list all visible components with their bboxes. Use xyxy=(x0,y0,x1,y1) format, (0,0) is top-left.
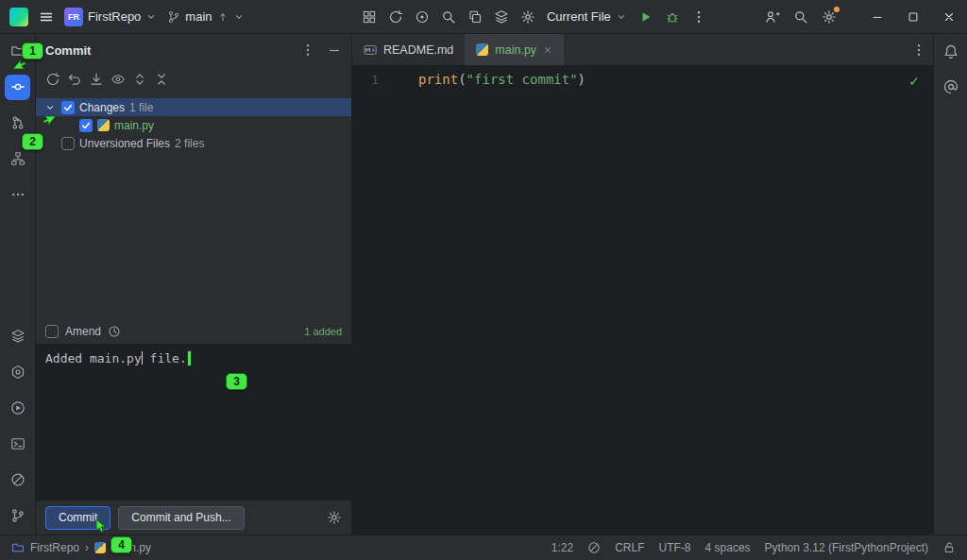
update-notification-dot xyxy=(834,7,840,12)
search-everywhere-button[interactable] xyxy=(793,9,808,25)
commit-message-text: Added main.py xyxy=(45,351,142,365)
target-button[interactable] xyxy=(415,9,430,25)
changes-count: 1 file xyxy=(129,101,153,114)
commit-panel-toolbar xyxy=(36,66,351,93)
python-file-icon xyxy=(476,43,488,56)
code-token-paren: ( xyxy=(458,72,466,87)
sidebar-item-more-tools[interactable] xyxy=(0,178,36,212)
lock-icon[interactable] xyxy=(942,541,956,554)
notifications-button[interactable] xyxy=(942,43,959,60)
zoom-button[interactable] xyxy=(441,9,456,25)
collapse-all-button[interactable] xyxy=(154,72,169,87)
inspections-ok-icon[interactable]: ✓ xyxy=(908,74,920,89)
shelve-button[interactable] xyxy=(89,72,104,87)
maximize-icon xyxy=(907,10,920,24)
sidebar-item-terminal[interactable] xyxy=(0,427,36,461)
tools-button[interactable] xyxy=(520,9,535,25)
project-widget[interactable]: FR FirstRepo xyxy=(64,8,157,26)
main-menu-button[interactable] xyxy=(39,9,54,25)
eye-icon xyxy=(110,72,126,87)
encoding-widget[interactable]: UTF-8 xyxy=(659,541,691,554)
chevron-down-icon xyxy=(233,11,245,23)
amend-checkbox[interactable] xyxy=(45,325,59,338)
annotation-cursor-2 xyxy=(42,114,57,129)
undo-icon xyxy=(67,72,82,87)
annotation-step-4: 4 xyxy=(110,536,132,553)
annotation-ibeam-cursor xyxy=(188,351,191,365)
commit-panel-options-button[interactable] xyxy=(300,42,315,58)
breadcrumb-project[interactable]: FirstRepo xyxy=(30,541,79,554)
more-run-actions-button[interactable] xyxy=(691,9,706,25)
line-separator-widget[interactable]: CRLF xyxy=(615,541,644,554)
sync-button[interactable] xyxy=(388,9,403,25)
code-editor[interactable]: 1 print("first commit") ✓ xyxy=(352,66,933,535)
tab-readme[interactable]: README.md xyxy=(352,34,465,65)
tree-row-file[interactable]: main.py xyxy=(36,116,351,134)
indent-widget[interactable]: 4 spaces xyxy=(705,541,751,554)
run-button[interactable] xyxy=(638,9,653,25)
editor-tab-bar: README.md main.py xyxy=(352,34,933,66)
commit-message-editor[interactable]: Added main.py file. xyxy=(36,344,351,501)
copy-button[interactable] xyxy=(467,9,483,25)
expand-all-button[interactable] xyxy=(132,72,147,87)
highlighting-level-icon[interactable] xyxy=(587,541,601,554)
preview-diff-button[interactable] xyxy=(110,72,126,87)
sidebar-item-services[interactable] xyxy=(0,355,36,389)
tab-main-py[interactable]: main.py xyxy=(465,34,564,65)
commit-message-history-button[interactable] xyxy=(108,325,121,338)
changes-checkbox[interactable] xyxy=(61,101,75,114)
expand-all-icon xyxy=(132,72,147,87)
minimize-button[interactable] xyxy=(859,0,895,34)
interpreter-widget[interactable]: Python 3.12 (FirstPythonProject) xyxy=(765,541,928,554)
tree-row-changes[interactable]: Changes 1 file xyxy=(36,98,351,116)
debug-button[interactable] xyxy=(665,9,680,25)
commit-panel-hide-button[interactable] xyxy=(327,42,342,58)
tree-row-unversioned[interactable]: Unversioned Files 2 files xyxy=(36,134,351,152)
tab-options-button[interactable] xyxy=(905,34,933,65)
settings-button[interactable] xyxy=(822,9,837,25)
clock-icon xyxy=(108,325,121,338)
caret-position-widget[interactable]: 1:22 xyxy=(551,541,573,554)
commit-tool-window: Commit Changes 1 file main. xyxy=(36,34,352,535)
markdown-icon xyxy=(364,43,377,57)
project-name: FirstRepo xyxy=(88,9,141,24)
collapse-all-icon xyxy=(154,72,169,87)
commit-options-button[interactable] xyxy=(327,510,342,525)
close-button[interactable] xyxy=(931,0,967,34)
titlebar-center-group: Current File xyxy=(362,9,706,25)
unversioned-checkbox[interactable] xyxy=(61,137,75,150)
annotation-step-3: 3 xyxy=(226,373,247,390)
sidebar-item-version-control[interactable] xyxy=(0,499,36,533)
sidebar-item-run[interactable] xyxy=(0,391,36,425)
git-branch-icon xyxy=(167,10,180,24)
layers-button[interactable] xyxy=(494,9,509,25)
editor-area: README.md main.py 1 print("first commit"… xyxy=(352,34,933,535)
user-plus-icon xyxy=(765,9,780,25)
pull-request-icon xyxy=(10,115,25,130)
branch-widget[interactable]: main xyxy=(167,9,244,24)
editor-gutter[interactable]: 1 xyxy=(352,66,390,87)
pycharm-logo-icon xyxy=(9,8,28,26)
ai-assistant-icon xyxy=(942,78,959,95)
amend-label: Amend xyxy=(65,325,101,338)
refresh-changes-button[interactable] xyxy=(45,72,60,87)
file-checkbox[interactable] xyxy=(79,119,93,132)
close-tab-icon[interactable] xyxy=(543,45,552,55)
structure-icon xyxy=(10,151,25,166)
sidebar-item-commit[interactable] xyxy=(0,70,36,104)
hamburger-icon xyxy=(39,9,54,25)
code-with-me-button[interactable] xyxy=(765,9,780,25)
chevron-down-icon[interactable] xyxy=(43,102,57,113)
commit-and-push-button[interactable]: Commit and Push... xyxy=(118,506,244,530)
sidebar-item-python-packages[interactable] xyxy=(0,319,36,353)
run-config-widget[interactable]: Current File xyxy=(547,9,627,24)
grid-button[interactable] xyxy=(362,9,377,25)
breadcrumb-separator: › xyxy=(85,541,89,554)
rollback-button[interactable] xyxy=(67,72,82,87)
sidebar-item-problems[interactable] xyxy=(0,463,36,497)
target-icon xyxy=(415,9,430,25)
maximize-button[interactable] xyxy=(895,0,931,34)
ai-assistant-button[interactable] xyxy=(942,78,959,95)
line-number: 1 xyxy=(371,73,379,87)
annotation-step-2: 2 xyxy=(22,133,43,150)
